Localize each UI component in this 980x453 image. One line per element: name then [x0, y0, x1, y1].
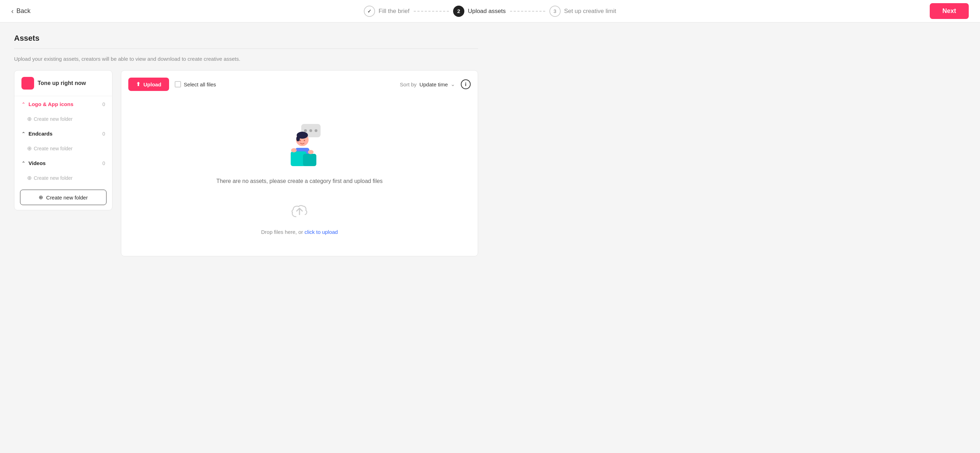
upload-button[interactable]: ⬆ Upload: [128, 78, 169, 91]
info-icon[interactable]: i: [461, 79, 471, 89]
empty-state: There are no assets, please create a cat…: [128, 100, 471, 249]
chevron-up-endcards-icon: ⌃: [21, 131, 25, 136]
main-content: Assets Upload your existing assets, crea…: [0, 22, 492, 268]
create-folder-videos-label: Create new folder: [34, 175, 73, 181]
category-endcards-left: ⌃ Endcards: [21, 131, 52, 136]
step-creative-limit: 3 Set up creative limit: [549, 6, 616, 17]
svg-point-3: [315, 129, 317, 132]
svg-point-10: [297, 141, 301, 144]
create-folder-endcards-label: Create new folder: [34, 146, 73, 151]
plus-circle-logo-icon: ⊕: [27, 116, 32, 122]
select-all-label[interactable]: Select all files: [175, 81, 216, 87]
category-logo-header[interactable]: ⌃ Logo & App icons 0: [14, 96, 112, 112]
step-separator-1: [414, 11, 449, 11]
panel-toolbar: ⬆ Upload Select all files Sort by Update…: [128, 78, 471, 91]
empty-message: There are no assets, please create a cat…: [216, 178, 382, 184]
svg-point-15: [291, 148, 297, 152]
sort-by-value: Update time: [419, 81, 448, 87]
sort-by-prefix: Sort by: [400, 81, 417, 87]
category-videos-count: 0: [102, 160, 105, 166]
step-3-circle: 3: [549, 6, 561, 17]
svg-point-7: [296, 136, 300, 141]
plus-circle-main-icon: ⊕: [39, 194, 43, 201]
category-videos-name: Videos: [29, 160, 46, 166]
empty-illustration: [271, 120, 328, 169]
category-logo-count: 0: [102, 101, 105, 107]
category-endcards-name: Endcards: [29, 131, 52, 136]
next-button[interactable]: Next: [930, 3, 969, 19]
select-all-checkbox[interactable]: [175, 81, 181, 87]
category-endcards-header[interactable]: ⌃ Endcards 0: [14, 126, 112, 141]
svg-point-1: [304, 129, 307, 132]
back-label: Back: [16, 7, 30, 15]
brand-name: Tone up right now: [38, 80, 86, 86]
category-videos-left: ⌃ Videos: [21, 160, 46, 166]
page-title: Assets: [14, 34, 478, 43]
step-3-number: 3: [553, 8, 556, 14]
step-upload-assets: 2 Upload assets: [453, 6, 506, 17]
sort-by-dropdown[interactable]: Sort by Update time ⌄: [400, 81, 455, 87]
header: ‹ Back ✓ Fill the brief 2 Upload assets …: [0, 0, 980, 22]
category-logo-app-icons: ⌃ Logo & App icons 0 ⊕ Create new folder: [14, 96, 112, 126]
svg-rect-14: [303, 154, 317, 166]
chevron-up-videos-icon: ⌃: [21, 160, 25, 166]
svg-point-8: [299, 140, 301, 141]
step-2-circle: 2: [453, 6, 465, 17]
category-endcards-count: 0: [102, 131, 105, 136]
brand-header: Tone up right now: [14, 71, 112, 96]
step-1-label: Fill the brief: [379, 8, 409, 15]
create-folder-endcards[interactable]: ⊕ Create new folder: [14, 141, 112, 155]
check-icon: ✓: [368, 8, 372, 14]
category-logo-name: Logo & App icons: [29, 101, 73, 107]
brand-icon: [21, 77, 34, 90]
back-button[interactable]: ‹ Back: [11, 7, 30, 15]
drop-text: Drop files here, or click to upload: [261, 229, 338, 235]
cloud-upload-icon: [290, 201, 309, 225]
steps-nav: ✓ Fill the brief 2 Upload assets 3 Set u…: [364, 6, 616, 17]
drop-area[interactable]: Drop files here, or click to upload: [261, 201, 338, 235]
category-videos-header[interactable]: ⌃ Videos 0: [14, 155, 112, 171]
click-to-upload-link[interactable]: click to upload: [304, 229, 338, 235]
create-folder-logo-label: Create new folder: [34, 116, 73, 122]
chevron-down-icon: ⌄: [451, 81, 455, 87]
illustration-svg: [271, 120, 328, 169]
step-2-label: Upload assets: [468, 8, 506, 15]
category-logo-left: ⌃ Logo & App icons: [21, 101, 73, 107]
step-1-circle: ✓: [364, 6, 375, 17]
svg-point-9: [304, 140, 305, 141]
create-folder-videos[interactable]: ⊕ Create new folder: [14, 171, 112, 185]
upload-icon: ⬆: [136, 81, 141, 87]
right-panel: ⬆ Upload Select all files Sort by Update…: [121, 70, 478, 257]
upload-label: Upload: [143, 81, 161, 87]
content-layout: Tone up right now ⌃ Logo & App icons 0 ⊕…: [14, 70, 478, 257]
create-folder-logo[interactable]: ⊕ Create new folder: [14, 112, 112, 126]
chevron-left-icon: ‹: [11, 7, 14, 15]
svg-point-11: [304, 141, 307, 144]
chevron-up-logo-icon: ⌃: [21, 101, 25, 107]
create-folder-btn-label: Create new folder: [46, 195, 88, 201]
flame-icon: [24, 79, 32, 87]
step-3-label: Set up creative limit: [564, 8, 616, 15]
page-subtitle: Upload your existing assets, creators wi…: [14, 56, 478, 62]
step-fill-brief: ✓ Fill the brief: [364, 6, 409, 17]
svg-point-2: [309, 129, 312, 132]
select-all-text: Select all files: [184, 81, 216, 87]
svg-point-16: [308, 150, 313, 154]
create-folder-button[interactable]: ⊕ Create new folder: [20, 190, 107, 205]
plus-circle-endcards-icon: ⊕: [27, 145, 32, 152]
step-2-number: 2: [457, 8, 460, 14]
step-separator-2: [510, 11, 545, 11]
plus-circle-videos-icon: ⊕: [27, 174, 32, 181]
category-endcards: ⌃ Endcards 0 ⊕ Create new folder: [14, 126, 112, 155]
sidebar: Tone up right now ⌃ Logo & App icons 0 ⊕…: [14, 70, 113, 210]
category-videos: ⌃ Videos 0 ⊕ Create new folder: [14, 155, 112, 185]
drop-text-before: Drop files here, or: [261, 229, 304, 235]
